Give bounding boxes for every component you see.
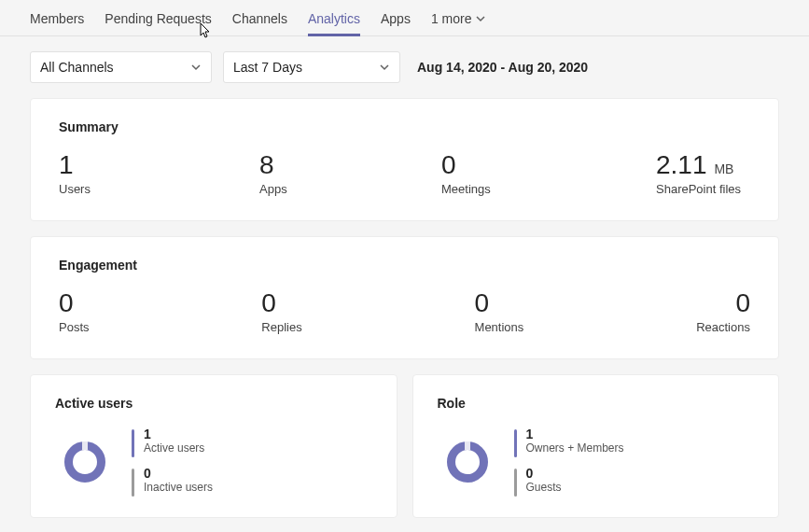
role-title: Role xyxy=(438,396,755,411)
legend-color-icon xyxy=(514,429,517,457)
legend-item-guests: 0 Guests xyxy=(514,467,624,497)
active-users-title: Active users xyxy=(55,396,372,411)
stat-value: 0 xyxy=(441,150,456,179)
stat-label: Posts xyxy=(59,320,90,334)
period-select-value: Last 7 Days xyxy=(233,60,302,75)
legend-label: Owners + Members xyxy=(526,441,624,455)
tab-analytics[interactable]: Analytics xyxy=(308,11,360,35)
stat-value: 0 xyxy=(475,289,524,318)
tab-channels[interactable]: Channels xyxy=(232,11,287,35)
active-users-donut-chart xyxy=(64,441,105,483)
tab-more[interactable]: 1 more xyxy=(431,11,487,35)
period-select[interactable]: Last 7 Days xyxy=(223,51,400,83)
engagement-card: Engagement 0 Posts 0 Replies 0 Mentions … xyxy=(30,236,779,359)
tab-pending-requests[interactable]: Pending Requests xyxy=(105,11,211,35)
legend-item-inactive: 0 Inactive users xyxy=(132,467,213,497)
legend-value: 1 xyxy=(526,427,624,441)
channel-select-value: All Channels xyxy=(40,60,114,75)
legend-value: 1 xyxy=(144,427,204,441)
legend-color-icon xyxy=(132,469,134,497)
channel-select[interactable]: All Channels xyxy=(30,51,212,83)
stat-label: SharePoint files xyxy=(656,182,750,196)
engagement-stat-mentions: 0 Mentions xyxy=(475,289,524,334)
stat-value: 8 xyxy=(259,150,274,179)
stat-unit: MB xyxy=(714,161,733,176)
stat-value: 0 xyxy=(59,289,90,318)
stat-label: Mentions xyxy=(475,320,524,334)
tab-bar: Members Pending Requests Channels Analyt… xyxy=(0,0,809,36)
active-users-legend: 1 Active users 0 Inactive users xyxy=(132,427,213,497)
engagement-stat-replies: 0 Replies xyxy=(261,289,301,334)
legend-color-icon xyxy=(514,469,517,497)
stat-label: Users xyxy=(59,182,259,196)
summary-stat-apps: 8 Apps xyxy=(259,151,441,196)
legend-color-icon xyxy=(132,429,134,457)
stat-label: Reactions xyxy=(696,320,750,334)
legend-item-active: 1 Active users xyxy=(132,427,213,457)
chevron-down-icon xyxy=(190,62,202,73)
legend-value: 0 xyxy=(144,467,213,481)
tab-more-label: 1 more xyxy=(431,11,472,26)
role-legend: 1 Owners + Members 0 Guests xyxy=(514,427,624,497)
legend-value: 0 xyxy=(526,467,562,481)
legend-item-owners-members: 1 Owners + Members xyxy=(514,427,624,457)
summary-title: Summary xyxy=(59,119,750,134)
role-donut-chart xyxy=(447,441,488,483)
summary-stat-sharepoint: 2.11 MB SharePoint files xyxy=(656,151,750,196)
date-range-label: Aug 14, 2020 - Aug 20, 2020 xyxy=(417,60,588,75)
chevron-down-icon xyxy=(475,13,486,24)
chevron-down-icon xyxy=(379,62,390,73)
engagement-stat-posts: 0 Posts xyxy=(59,289,90,334)
summary-stat-meetings: 0 Meetings xyxy=(441,151,656,196)
stat-label: Meetings xyxy=(441,182,656,196)
active-users-card: Active users 1 Active users 0 Inactive u… xyxy=(30,374,398,518)
summary-card: Summary 1 Users 8 Apps 0 Meetings 2.11 M… xyxy=(30,98,779,221)
legend-label: Active users xyxy=(144,441,204,455)
legend-label: Guests xyxy=(526,481,562,494)
tab-apps[interactable]: Apps xyxy=(381,11,411,35)
engagement-title: Engagement xyxy=(59,258,750,273)
stat-value: 0 xyxy=(261,289,301,318)
stat-value: 1 xyxy=(59,150,74,179)
stat-label: Replies xyxy=(261,320,301,334)
filter-bar: All Channels Last 7 Days Aug 14, 2020 - … xyxy=(0,36,809,98)
role-card: Role 1 Owners + Members 0 Guests xyxy=(412,374,780,518)
summary-stat-users: 1 Users xyxy=(59,151,259,196)
stat-value: 2.11 xyxy=(656,150,707,179)
engagement-stat-reactions: 0 Reactions xyxy=(696,289,750,334)
stat-label: Apps xyxy=(259,182,441,196)
tab-members[interactable]: Members xyxy=(30,11,84,35)
stat-value: 0 xyxy=(696,289,750,318)
legend-label: Inactive users xyxy=(144,481,213,494)
